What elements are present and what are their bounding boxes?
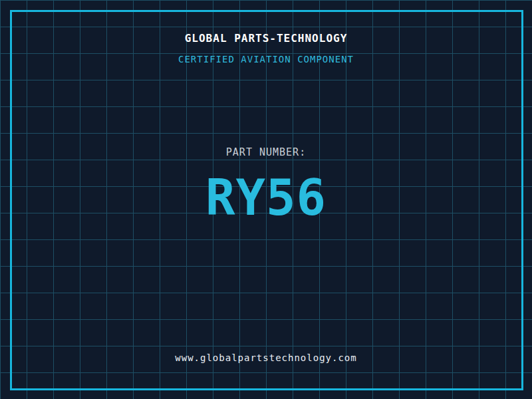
part-label-screen: GLOBAL PARTS-TECHNOLOGY CERTIFIED AVIATI… [0, 0, 532, 399]
website-url: www.globalpartstechnology.com [0, 352, 532, 363]
company-name: GLOBAL PARTS-TECHNOLOGY [0, 32, 532, 45]
part-number-value: RY56 [0, 173, 532, 222]
part-number-label: PART NUMBER: [0, 146, 532, 158]
certification-tagline: CERTIFIED AVIATION COMPONENT [0, 54, 532, 65]
